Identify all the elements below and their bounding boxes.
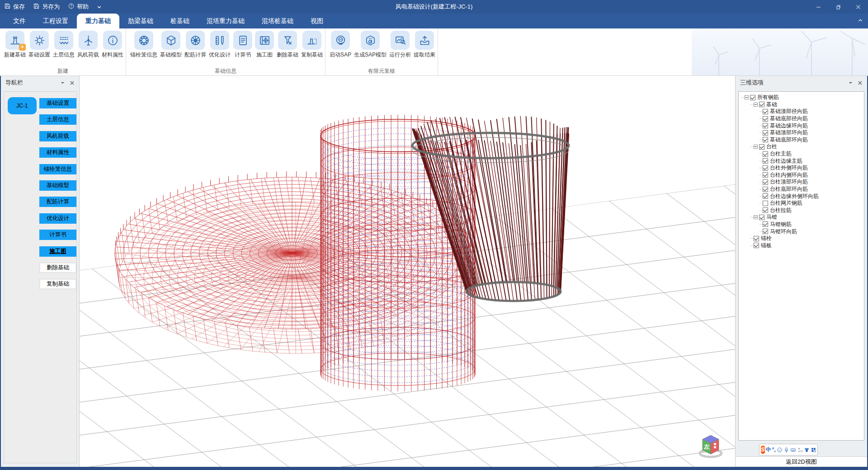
expander-icon[interactable]: [754, 215, 758, 219]
nav-button-基础模型[interactable]: 基础模型: [39, 180, 76, 191]
checkbox[interactable]: [763, 193, 768, 199]
close-button[interactable]: [848, 0, 868, 14]
tree-item-基础[interactable]: 基础: [740, 101, 863, 108]
tree-item-台柱网片钢筋[interactable]: 台柱网片钢筋: [740, 200, 863, 207]
tree-item-基础顶部径向筋[interactable]: 基础顶部径向筋: [740, 108, 863, 115]
tab-混塔桩基础[interactable]: 混塔桩基础: [253, 14, 302, 28]
ribbon-button-启动SAP[interactable]: SAP启动SAP: [328, 31, 353, 59]
checkbox[interactable]: [763, 151, 768, 157]
ribbon-button-提取结果[interactable]: 提取结果: [412, 31, 437, 59]
tab-桩基础[interactable]: 桩基础: [162, 14, 198, 28]
tree-item-台柱外侧环向筋[interactable]: 台柱外侧环向筋: [740, 164, 863, 172]
3d-viewport[interactable]: 左: [80, 76, 735, 467]
tab-文件[interactable]: 文件: [5, 14, 34, 28]
ribbon-button-施工图[interactable]: 施工图: [254, 31, 275, 59]
tree-item-基础边缘环向筋[interactable]: 基础边缘环向筋: [740, 122, 863, 129]
checkbox[interactable]: [763, 158, 768, 164]
panel-dropdown-icon[interactable]: [60, 80, 65, 85]
tree-item-台柱顶部环向筋[interactable]: 台柱顶部环向筋: [740, 179, 863, 186]
ribbon-button-新建基础[interactable]: +新建基础: [3, 31, 27, 59]
checkbox[interactable]: [754, 236, 759, 241]
checkbox[interactable]: [763, 137, 768, 142]
expander-icon[interactable]: [745, 95, 749, 99]
checkbox[interactable]: [763, 123, 768, 128]
tree-item-基础底部径向筋[interactable]: 基础底部径向筋: [740, 115, 863, 122]
ribbon-button-土层信息[interactable]: 土层信息: [52, 31, 76, 59]
checkbox[interactable]: [763, 130, 768, 136]
nav-button-锚栓笼信息[interactable]: 锚栓笼信息: [39, 164, 76, 174]
tab-视图[interactable]: 视图: [302, 14, 332, 28]
tree-item-马镫环向筋[interactable]: 马镫环向筋: [740, 228, 863, 235]
ribbon-button-基础模型[interactable]: 基础模型: [159, 31, 183, 59]
checkbox[interactable]: [759, 144, 764, 150]
ribbon-button-锚栓笼信息[interactable]: 锚栓笼信息: [129, 31, 159, 59]
nav-button-删除基础[interactable]: 删除基础: [39, 263, 76, 273]
back-to-2d-button[interactable]: 返回2D视图: [736, 456, 867, 466]
panel-close-icon[interactable]: [70, 80, 75, 85]
checkbox[interactable]: [754, 243, 759, 248]
checkbox[interactable]: [759, 215, 764, 220]
toolbox-icon[interactable]: [811, 447, 816, 453]
user-count-icon[interactable]: 22: [797, 447, 803, 453]
panel-dropdown-icon[interactable]: [848, 80, 853, 85]
ribbon-button-基础设置[interactable]: 基础设置: [27, 31, 52, 59]
quick-access-caret-icon[interactable]: [93, 0, 106, 14]
tree-item-台柱拉筋[interactable]: 台柱拉筋: [740, 207, 863, 214]
ribbon-button-配筋计算[interactable]: 配筋计算: [183, 31, 208, 59]
checkbox[interactable]: [763, 179, 768, 185]
nav-button-计算书[interactable]: 计算书: [39, 230, 76, 240]
checkbox[interactable]: [763, 201, 768, 206]
checkbox[interactable]: [763, 187, 768, 192]
nav-button-施工图[interactable]: 施工图: [39, 246, 76, 257]
tree-item-马镫钢筋[interactable]: 马镫钢筋: [740, 221, 863, 228]
checkbox[interactable]: [763, 207, 768, 213]
checkbox[interactable]: [750, 95, 755, 100]
ribbon-button-复制基础[interactable]: 复制基础: [300, 31, 324, 59]
minimize-button[interactable]: [808, 0, 828, 14]
save-button[interactable]: 保存: [0, 0, 29, 14]
tree-item-基础底部环向筋[interactable]: 基础底部环向筋: [740, 136, 863, 144]
checkbox[interactable]: [763, 221, 768, 227]
tree-item-台柱[interactable]: 台柱: [740, 143, 863, 150]
nav-button-材料属性[interactable]: 材料属性: [39, 147, 76, 158]
ribbon-button-删除基础[interactable]: 删除基础: [275, 31, 300, 59]
nav-button-土层信息[interactable]: 土层信息: [39, 114, 76, 125]
checkbox[interactable]: [763, 229, 768, 234]
expander-icon[interactable]: [754, 103, 758, 107]
save-as-button[interactable]: 另存为: [29, 0, 64, 14]
nav-button-基础设置[interactable]: 基础设置: [39, 98, 76, 108]
nav-button-风机荷载[interactable]: 风机荷载: [39, 131, 76, 141]
sogou-logo-icon[interactable]: S: [761, 446, 765, 454]
tab-重力基础[interactable]: 重力基础: [77, 14, 119, 28]
skin-icon[interactable]: [804, 447, 810, 453]
expander-icon[interactable]: [754, 145, 758, 149]
tree-item-锚栓[interactable]: 锚栓: [740, 235, 863, 242]
tree-item-台柱边缘主筋[interactable]: 台柱边缘主筋: [740, 157, 863, 164]
tree-item-台柱主筋[interactable]: 台柱主筋: [740, 150, 863, 158]
ribbon-button-材料属性[interactable]: 材料属性: [100, 31, 125, 59]
tree-item-台柱底部环向筋[interactable]: 台柱底部环向筋: [740, 186, 863, 193]
checkbox[interactable]: [763, 165, 768, 171]
tree-item-台柱内侧环向筋[interactable]: 台柱内侧环向筋: [740, 172, 863, 179]
project-tab-jc-1[interactable]: JC-1: [8, 97, 37, 114]
emoji-icon[interactable]: [777, 447, 783, 453]
ribbon-button-风机荷载[interactable]: 风机荷载: [76, 31, 100, 59]
tree-item-锚板[interactable]: 锚板: [740, 242, 863, 249]
view-cube[interactable]: 左: [697, 432, 725, 459]
tree-item-马镫[interactable]: 马镫: [740, 214, 863, 221]
ribbon-button-优化设计[interactable]: 优化设计: [208, 31, 232, 59]
tab-肋梁基础[interactable]: 肋梁基础: [119, 14, 162, 28]
punctuation-icon[interactable]: °,: [772, 446, 776, 453]
ribbon-button-计算书[interactable]: 计算书: [232, 31, 254, 59]
nav-button-优化设计[interactable]: 优化设计: [39, 213, 76, 224]
tree-item-所有钢筋[interactable]: 所有钢筋: [740, 94, 863, 101]
panel-close-icon[interactable]: [858, 80, 863, 85]
nav-button-配筋计算[interactable]: 配筋计算: [39, 197, 76, 207]
tree-item-基础顶部环向筋[interactable]: 基础顶部环向筋: [740, 129, 863, 136]
help-button[interactable]: 帮助: [64, 0, 93, 14]
checkbox[interactable]: [763, 109, 768, 114]
microphone-icon[interactable]: [783, 447, 789, 453]
tab-混塔重力基础[interactable]: 混塔重力基础: [198, 14, 253, 28]
ribbon-button-生成SAP模型[interactable]: SAP生成SAP模型: [353, 31, 388, 59]
restore-button[interactable]: [828, 0, 848, 14]
